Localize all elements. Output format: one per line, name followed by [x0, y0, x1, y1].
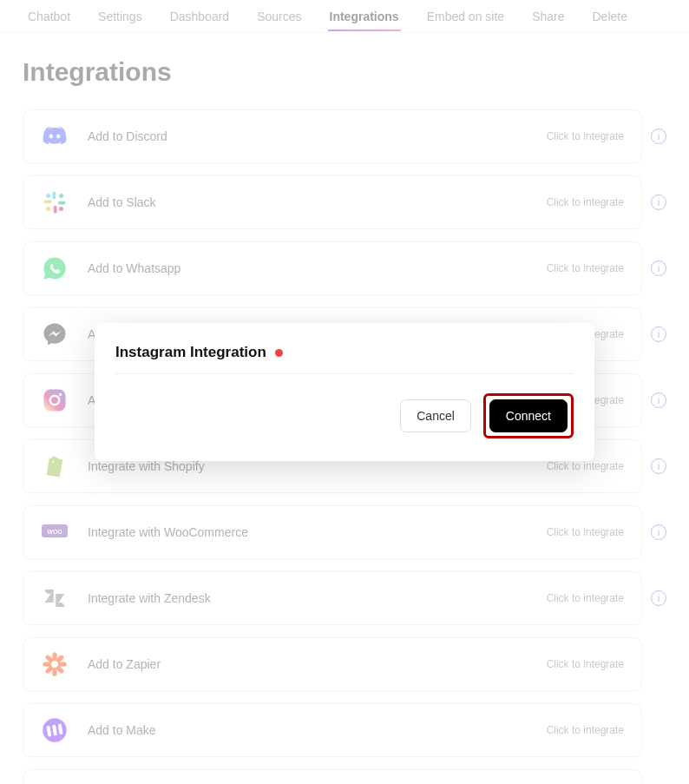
modal-title: Instagram Integration — [115, 344, 266, 361]
instagram-integration-modal: Instagram Integration Cancel Connect — [95, 323, 594, 461]
modal-overlay: Instagram Integration Cancel Connect — [0, 0, 689, 784]
modal-actions: Cancel Connect — [115, 393, 574, 438]
connect-button[interactable]: Connect — [489, 399, 568, 432]
cancel-button[interactable]: Cancel — [400, 399, 471, 432]
status-dot-icon — [275, 349, 283, 357]
modal-header: Instagram Integration — [115, 344, 574, 374]
connect-highlight: Connect — [483, 393, 574, 438]
